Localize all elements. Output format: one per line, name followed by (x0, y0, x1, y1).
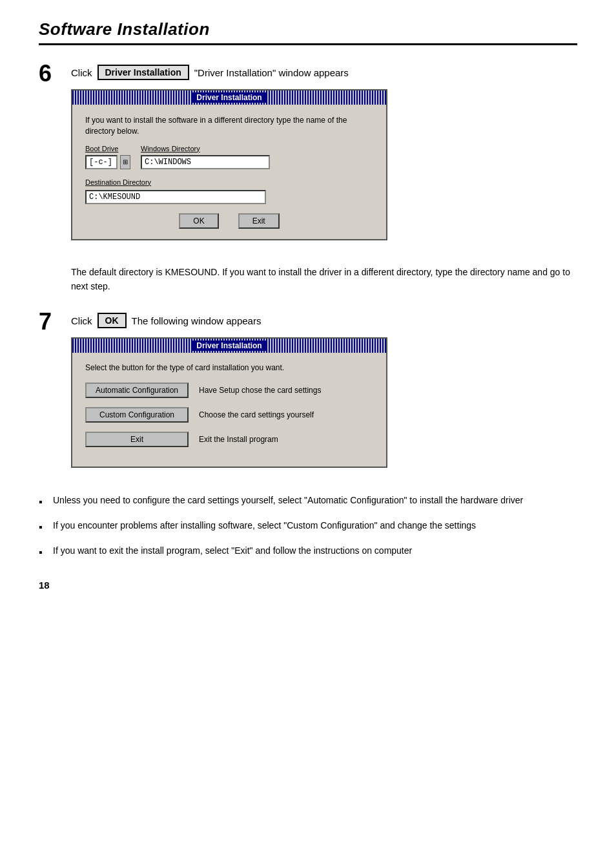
windows-dir-group: Windows Directory (141, 145, 270, 169)
step-7-click-word: Click (71, 315, 92, 326)
step-6-instruction: Click Driver Installation "Driver Instal… (71, 65, 577, 80)
destination-input[interactable] (85, 190, 266, 204)
step-6-number: 6 (39, 62, 71, 85)
exit-config-desc: Exit the Install program (199, 435, 278, 444)
windows-dir-label: Windows Directory (141, 145, 270, 152)
dialog-title-2: Driver Installation (191, 341, 267, 351)
step-7: 7 Click OK The following window appears … (39, 313, 577, 481)
custom-config-desc: Choose the card settings yourself (199, 410, 314, 419)
dialog-titlebar-2: Driver Installation (72, 339, 386, 353)
step-6-click-word: Click (71, 67, 92, 78)
step-7-content: Click OK The following window appears Dr… (71, 313, 577, 481)
step-6: 6 Click Driver Installation "Driver Inst… (39, 65, 577, 253)
bullet-2-text: If you encounter problems after installi… (53, 519, 476, 532)
ok-button-1[interactable]: OK (179, 213, 218, 229)
page-title: Software Installation (39, 19, 577, 39)
dialog-body-1: If you want to install the software in a… (72, 105, 386, 239)
step-6-description: "Driver Installation" window appears (194, 67, 349, 78)
exit-button-1[interactable]: Exit (238, 213, 280, 229)
dialog-window-2: Driver Installation Select the button fo… (71, 337, 387, 468)
step-6-button[interactable]: Driver Installation (98, 65, 189, 80)
auto-config-row: Automatic Configuration Have Setup chose… (85, 383, 373, 398)
exit-config-row: Exit Exit the Install program (85, 432, 373, 447)
bullet-item-1: Unless you need to configure the card se… (39, 494, 577, 510)
custom-config-button[interactable]: Custom Configuration (85, 407, 189, 423)
dialog-buttons-1: OK Exit (85, 213, 373, 229)
step-6-content: Click Driver Installation "Driver Instal… (71, 65, 577, 253)
auto-config-button[interactable]: Automatic Configuration (85, 383, 189, 398)
step-7-number: 7 (39, 310, 71, 333)
dialog-body-text-2: Select the button for the type of card i… (85, 363, 373, 372)
step-7-button[interactable]: OK (98, 313, 127, 328)
boot-drive-label: Boot Drive (85, 145, 130, 152)
step-6-desc-text: The default directory is KMESOUND. If yo… (71, 265, 577, 294)
bullet-1-text: Unless you need to configure the card se… (53, 494, 523, 507)
boot-drive-input[interactable] (85, 155, 118, 169)
boot-drive-group: Boot Drive ⊞ (85, 145, 130, 169)
dialog-titlebar-1: Driver Installation (72, 90, 386, 105)
page-header: Software Installation (39, 19, 577, 45)
windows-dir-input[interactable] (141, 155, 270, 169)
spinner-control[interactable]: ⊞ (120, 155, 130, 169)
page-number: 18 (39, 580, 577, 591)
destination-group: Destination Directory (85, 176, 373, 204)
step-7-instruction: Click OK The following window appears (71, 313, 577, 328)
dialog-window-1: Driver Installation If you want to insta… (71, 89, 387, 240)
bullet-3-text: If you want to exit the install program,… (53, 544, 412, 558)
exit-config-button[interactable]: Exit (85, 432, 189, 447)
dialog-title-1: Driver Installation (191, 92, 267, 103)
auto-config-desc: Have Setup chose the card settings (199, 386, 321, 395)
destination-label: Destination Directory (85, 178, 151, 186)
bullet-list: Unless you need to configure the card se… (39, 494, 577, 560)
step-7-description: The following window appears (132, 315, 262, 326)
boot-drive-input-row: ⊞ (85, 155, 130, 169)
dialog-body-2: Select the button for the type of card i… (72, 353, 386, 467)
bullet-item-2: If you encounter problems after installi… (39, 519, 577, 535)
bullet-item-3: If you want to exit the install program,… (39, 544, 577, 560)
form-row-drives: Boot Drive ⊞ Windows Directory (85, 145, 373, 169)
dialog-body-text-1: If you want to install the software in a… (85, 115, 373, 137)
custom-config-row: Custom Configuration Choose the card set… (85, 407, 373, 423)
